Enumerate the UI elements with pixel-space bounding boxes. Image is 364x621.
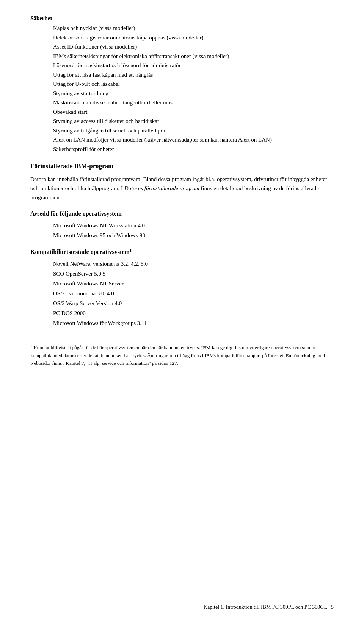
list-item: Obevakad start <box>53 108 334 117</box>
list-item: Uttag för U-bult och låskabel <box>53 80 334 88</box>
list-item: Microsoft Windows för Workgroups 3.11 <box>53 318 334 328</box>
list-item: SCO OpenServer 5.0.5 <box>53 269 334 278</box>
list-item: OS/2 , versionerna 3.0, 4.0 <box>53 289 334 298</box>
list-item: Lösenord för maskinstart och lösenord fö… <box>53 61 334 70</box>
preinstalled-italic: Datorns förinstallerade program <box>124 185 199 191</box>
footer-bar: Kapitel 1. Introduktion till IBM PC 300P… <box>30 604 334 610</box>
list-item: Säkerhetsprofil för enheter <box>53 145 334 154</box>
list-item: Maskinstart utan diskettenhet, tangentbo… <box>53 98 334 107</box>
preinstalled-body: Datorn kan innehålla förinstallerad prog… <box>30 175 334 202</box>
compat-heading: Kompatibilitetstestade operativsystem1 <box>30 248 334 255</box>
footnote-divider <box>30 339 91 339</box>
compat-heading-text: Kompatibilitetstestade operativsystem <box>30 249 130 255</box>
os-section: Avsedd för följande operativsystem Micro… <box>30 210 334 240</box>
footer-chapter: Kapitel 1. Introduktion till IBM PC 300P… <box>204 604 327 610</box>
list-item: Novell NetWare, versionerna 3.2, 4.2, 5.… <box>53 259 334 268</box>
list-item: Styrning av access till disketter och hå… <box>53 117 334 126</box>
preinstalled-heading: Förinstallerade IBM-program <box>30 162 334 170</box>
safety-heading: Säkerhet <box>30 15 334 22</box>
list-item: Microsoft Windows NT Workstation 4.0 <box>53 221 334 230</box>
footnote-number: 1 <box>30 344 32 348</box>
footnote-text: Kompatibilitetstest pågår för de här ope… <box>30 345 325 366</box>
compat-superscript: 1 <box>130 248 132 252</box>
list-item: Microsoft Windows 95 och Windows 98 <box>53 231 334 240</box>
safety-list: Kåplås och nycklar (vissa modeller) Dete… <box>53 24 334 153</box>
list-item: Kåplås och nycklar (vissa modeller) <box>53 24 334 33</box>
os-list: Microsoft Windows NT Workstation 4.0 Mic… <box>53 221 334 240</box>
list-item: IBMs säkerhetslösningar för elektroniska… <box>53 52 334 61</box>
footer-text: Kapitel 1. Introduktion till IBM PC 300P… <box>204 604 334 610</box>
list-item: Styrning av startordning <box>53 89 334 98</box>
footnote: 1 Kompatibilitetstest pågår för de här o… <box>30 343 334 367</box>
list-item: PC DOS 2000 <box>53 309 334 318</box>
list-item: Microsoft Windows NT Server <box>53 279 334 288</box>
page-content: Säkerhet Kåplås och nycklar (vissa model… <box>0 0 364 621</box>
list-item: Detektor som registrerar om datorns kåpa… <box>53 33 334 42</box>
list-item: Uttag för att låsa fast kåpan med ett hä… <box>53 71 334 79</box>
preinstalled-section: Förinstallerade IBM-program Datorn kan i… <box>30 162 334 202</box>
footer-page: 5 <box>331 604 334 610</box>
list-item: Alert on LAN medföljer vissa modeller (k… <box>53 136 334 144</box>
compat-section: Kompatibilitetstestade operativsystem1 N… <box>30 248 334 328</box>
compat-list: Novell NetWare, versionerna 3.2, 4.2, 5.… <box>53 259 334 328</box>
safety-section: Säkerhet Kåplås och nycklar (vissa model… <box>30 15 334 153</box>
list-item: Styrning av tillgången till seriell och … <box>53 126 334 135</box>
list-item: OS/2 Warp Server Version 4.0 <box>53 299 334 308</box>
os-heading: Avsedd för följande operativsystem <box>30 210 334 217</box>
list-item: Asset ID-funktioner (vissa modeller) <box>53 43 334 51</box>
